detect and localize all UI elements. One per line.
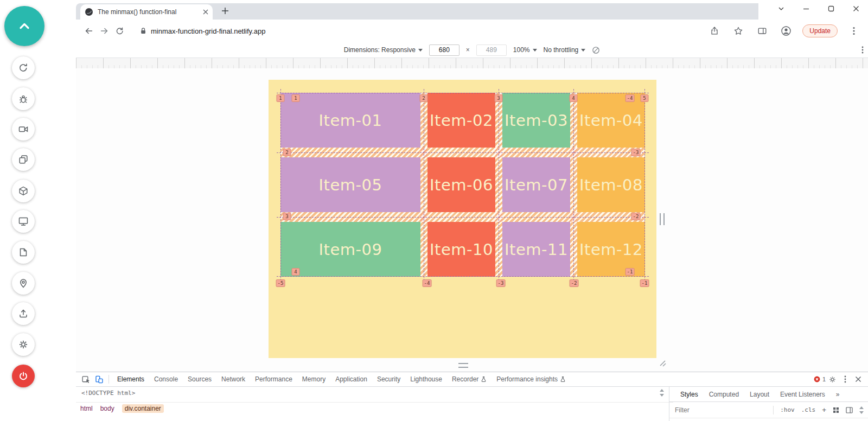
viewport-resize-handle-right[interactable]: [660, 213, 665, 225]
devtools-menu-kebab-icon[interactable]: [839, 373, 852, 386]
device-toolbar-kebab-icon[interactable]: [861, 46, 864, 54]
tab-layout[interactable]: Layout: [750, 391, 769, 398]
back-button[interactable]: [81, 23, 97, 39]
scroll-down-icon[interactable]: [660, 394, 664, 397]
devtools-tab-elements[interactable]: Elements: [112, 372, 149, 386]
grid-line: [277, 152, 649, 153]
reload-button[interactable]: [112, 23, 127, 39]
breadcrumb-div-container[interactable]: div.container: [122, 404, 164, 413]
styles-filter-row: :hov .cls +: [669, 402, 868, 418]
grid-line-number: 2: [420, 94, 428, 102]
devtools-panel: Elements Console Sources Network Perform…: [76, 372, 868, 421]
grid-items: Item-01 Item-02 Item-03 Item-04 Item-05 …: [280, 93, 645, 277]
chevron-up-icon: [16, 19, 33, 33]
address-bar[interactable]: minmax-function-grid-final.netlify.app: [135, 23, 707, 39]
styles-filter-input[interactable]: [674, 406, 767, 414]
tab-close-icon[interactable]: [203, 9, 208, 15]
devtools-tab-console[interactable]: Console: [149, 372, 183, 386]
computed-styles-icon[interactable]: [833, 407, 839, 413]
grid-item-label: Item-09: [319, 240, 382, 259]
dom-doctype-line[interactable]: <!DOCTYPE html>: [81, 390, 135, 397]
share-icon[interactable]: [707, 23, 722, 39]
tabs-overflow-chevrons[interactable]: »: [836, 391, 840, 398]
devtools-tab-performance[interactable]: Performance: [250, 372, 297, 386]
tab-event-listeners[interactable]: Event Listeners: [780, 391, 825, 398]
update-button[interactable]: Update: [802, 24, 838, 37]
grid-item: Item-03: [502, 93, 570, 148]
caret-down-icon: [533, 49, 537, 52]
monitor-icon: [18, 216, 29, 227]
device-screen-button[interactable]: [12, 210, 35, 233]
devtools-tab-performance-insights[interactable]: Performance insights: [492, 372, 571, 386]
devtools-tab-memory[interactable]: Memory: [297, 372, 330, 386]
scroll-up-icon[interactable]: [660, 389, 664, 392]
experiment-flask-icon: [481, 376, 487, 382]
location-pin-icon: [18, 278, 29, 289]
grid-line-number: 2: [283, 149, 291, 156]
browser-tab[interactable]: The minmax() function-final: [80, 4, 213, 20]
pages-button[interactable]: [12, 241, 35, 264]
viewport-resize-handle-corner[interactable]: [659, 359, 666, 367]
new-style-rule-button[interactable]: +: [822, 406, 826, 414]
devtools-tab-lighthouse[interactable]: Lighthouse: [405, 372, 447, 386]
device-toolbar-toggle-icon[interactable]: [92, 373, 105, 386]
dimensions-dropdown[interactable]: Dimensions: Responsive: [344, 46, 423, 54]
caret-down-icon: [581, 49, 585, 52]
devtools-close-icon[interactable]: [852, 373, 865, 386]
chevron-down-icon[interactable]: [777, 4, 786, 13]
elements-panel[interactable]: <!DOCTYPE html> html body div.container: [76, 387, 669, 421]
forward-button[interactable]: [97, 23, 112, 39]
tab-computed[interactable]: Computed: [709, 391, 739, 398]
layout-pane-icon[interactable]: [846, 407, 853, 413]
grid-item-label: Item-07: [505, 176, 568, 194]
zoom-dropdown[interactable]: 100%: [513, 46, 537, 54]
lock-icon[interactable]: [140, 27, 146, 35]
viewport-width-input[interactable]: [429, 44, 459, 56]
viewport-resize-handle-bottom[interactable]: [458, 363, 468, 368]
power-button[interactable]: [12, 365, 35, 387]
toggle-element-classes[interactable]: .cls: [801, 406, 816, 413]
console-error-badge[interactable]: 1: [814, 373, 826, 386]
collapse-button[interactable]: [4, 6, 44, 46]
browser-menu-kebab-icon[interactable]: [846, 23, 861, 39]
tab-strip: The minmax() function-final: [76, 3, 758, 20]
inspect-element-icon[interactable]: [79, 373, 92, 386]
record-video-button[interactable]: [12, 118, 35, 141]
debug-button[interactable]: [12, 87, 35, 110]
grid-line: [424, 89, 424, 280]
devtools-tab-sources[interactable]: Sources: [183, 372, 216, 386]
upload-button[interactable]: [12, 302, 35, 325]
devtools-settings-gear-icon[interactable]: [826, 373, 839, 386]
new-tab-button[interactable]: [221, 7, 229, 15]
devtools-tab-security[interactable]: Security: [372, 372, 405, 386]
grid-item-label: Item-08: [579, 176, 643, 194]
devtools-tab-network[interactable]: Network: [216, 372, 250, 386]
toggle-pseudo-classes[interactable]: :hov: [780, 406, 795, 413]
bookmark-star-icon[interactable]: [731, 23, 746, 39]
breadcrumb-html[interactable]: html: [80, 405, 93, 412]
capture-layers-button[interactable]: [12, 148, 35, 171]
devtools-tab-recorder[interactable]: Recorder: [447, 372, 492, 386]
locate-button[interactable]: [12, 272, 35, 295]
close-icon[interactable]: [852, 4, 860, 13]
profile-avatar[interactable]: [778, 23, 794, 39]
3d-view-button[interactable]: [12, 180, 35, 202]
power-icon: [18, 371, 29, 381]
tab-favicon: [85, 8, 93, 16]
rotate-button[interactable]: [12, 56, 35, 79]
devtools-tab-application[interactable]: Application: [330, 372, 372, 386]
side-panel-icon[interactable]: [755, 23, 770, 39]
tab-styles[interactable]: Styles: [680, 391, 698, 398]
elements-scrollbar[interactable]: [660, 389, 664, 397]
styles-scrollbar[interactable]: [859, 406, 864, 414]
throttling-off-icon: [592, 46, 600, 54]
throttling-dropdown[interactable]: No throttling: [544, 46, 586, 54]
settings-button[interactable]: [12, 333, 35, 356]
scroll-up-icon[interactable]: [859, 406, 864, 409]
minimize-icon[interactable]: [802, 4, 810, 13]
breadcrumb-body[interactable]: body: [100, 405, 114, 412]
scroll-down-icon[interactable]: [859, 411, 864, 414]
grid-item: Item-12: [577, 222, 645, 277]
maximize-icon[interactable]: [827, 4, 835, 13]
viewport-height-input[interactable]: [476, 44, 507, 56]
